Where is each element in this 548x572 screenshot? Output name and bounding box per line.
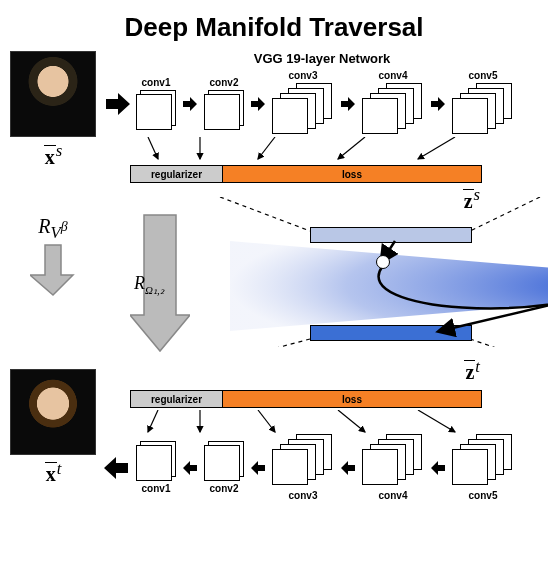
arrow-left-icon — [182, 460, 198, 476]
svg-line-4 — [418, 137, 455, 159]
conv3-label-top: conv3 — [289, 70, 318, 81]
conv1-label-bottom: conv1 — [142, 483, 171, 494]
forward-conv-row: conv1 conv2 conv3 conv4 conv5 — [104, 70, 540, 137]
network-subtitle: VGG 19-layer Network — [104, 51, 540, 66]
output-image-block: xt — [8, 369, 98, 487]
manifold-source-dot-icon — [376, 255, 390, 269]
conv4-stack-icon — [362, 83, 424, 137]
svg-line-11 — [258, 410, 275, 432]
regularizer-segment: regularizer — [131, 166, 223, 182]
svg-line-9 — [148, 410, 158, 432]
side-arrow-icon — [30, 243, 76, 297]
conv5-stack-icon — [452, 83, 514, 137]
arrow-left-icon — [430, 460, 446, 476]
conv2-stack-icon — [204, 90, 244, 130]
svg-line-3 — [338, 137, 365, 159]
feature-bar-bottom: regularizer loss — [130, 390, 482, 408]
arrow-right-icon — [430, 96, 446, 112]
conv2-stack-bottom-icon — [204, 441, 244, 481]
conv3-stack-bottom-icon — [272, 434, 334, 488]
traversal-curve-icon — [190, 213, 548, 363]
big-down-arrow-label: RΩ₁,₂ — [134, 273, 164, 297]
svg-line-2 — [258, 137, 275, 159]
output-image-label: xt — [45, 459, 62, 487]
conv4-stack-bottom-icon — [362, 434, 424, 488]
conv3-stack-icon — [272, 83, 334, 137]
arrow-left-icon — [250, 460, 266, 476]
feature-bar-top: regularizer loss — [130, 165, 482, 183]
arrow-right-icon — [250, 96, 266, 112]
conv1-stack-bottom-icon — [136, 441, 176, 481]
page-title: Deep Manifold Traversal — [8, 12, 540, 43]
svg-line-13 — [418, 410, 455, 432]
conv1-label-top: conv1 — [142, 77, 171, 88]
net-to-photo-arrow-icon — [104, 455, 130, 481]
output-photo — [10, 369, 96, 455]
svg-line-12 — [338, 410, 365, 432]
zt-label: zt — [104, 357, 480, 385]
svg-line-0 — [148, 137, 158, 159]
arrow-left-icon — [340, 460, 356, 476]
side-arrow-block: RVβ — [18, 215, 88, 301]
conv5-label-bottom: conv5 — [469, 490, 498, 501]
arrow-right-icon — [182, 96, 198, 112]
conv2-label-top: conv2 — [210, 77, 239, 88]
arrow-right-icon — [340, 96, 356, 112]
bottom-projection-lines-icon — [130, 410, 530, 434]
conv5-label-top: conv5 — [469, 70, 498, 81]
loss-segment-bottom: loss — [223, 391, 481, 407]
reverse-conv-row: conv1 conv2 conv3 conv4 conv5 — [104, 434, 540, 501]
conv1-stack-icon — [136, 90, 176, 130]
photo-to-net-arrow-icon — [104, 91, 130, 117]
manifold-area — [190, 213, 540, 363]
conv5-stack-bottom-icon — [452, 434, 514, 488]
conv4-label-bottom: conv4 — [379, 490, 408, 501]
conv4-label-top: conv4 — [379, 70, 408, 81]
loss-segment: loss — [223, 166, 481, 182]
top-projection-lines-icon — [130, 137, 530, 161]
conv3-label-bottom: conv3 — [289, 490, 318, 501]
regularizer-segment-bottom: regularizer — [131, 391, 223, 407]
input-image-label: xs — [44, 141, 62, 169]
input-image-block: xs — [8, 51, 98, 169]
big-down-arrow-block: RΩ₁,₂ — [130, 213, 190, 363]
conv2-label-bottom: conv2 — [210, 483, 239, 494]
input-photo — [10, 51, 96, 137]
side-arrow-label: RVβ — [18, 215, 88, 243]
